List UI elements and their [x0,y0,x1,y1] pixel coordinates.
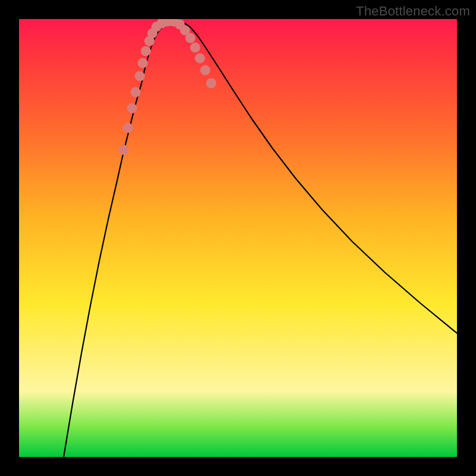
watermark-text: TheBottleneck.com [356,4,470,19]
chart-svg [19,19,457,457]
marker-point [206,79,217,89]
marker-point [201,65,211,76]
marker-point [127,104,137,114]
marker-point [131,87,141,98]
marker-point [186,33,196,43]
marker-point [135,71,145,82]
plot-area [19,19,457,457]
marker-point [190,43,201,53]
marker-point [123,123,133,133]
marker-point [119,145,129,155]
marker-point [141,46,151,57]
bottleneck-curve [64,21,457,457]
marker-point [138,58,148,68]
outer-frame: TheBottleneck.com [0,0,476,476]
marker-point [195,54,205,64]
